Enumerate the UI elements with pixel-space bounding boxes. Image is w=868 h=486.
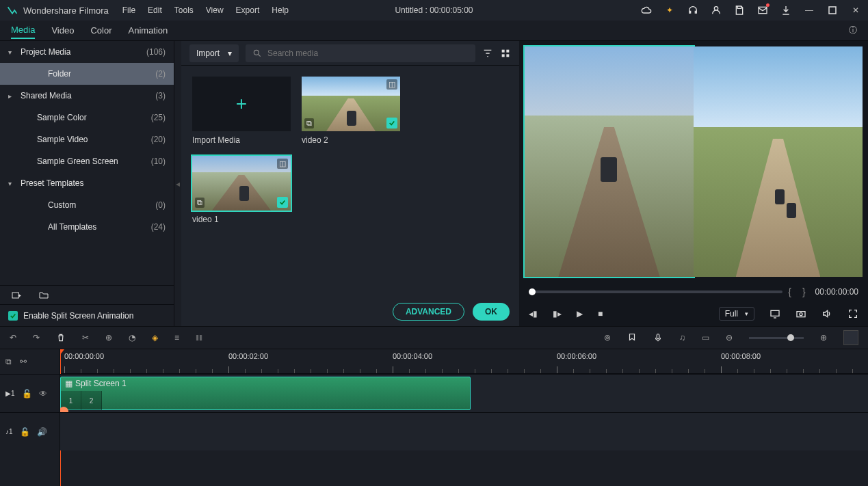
timeline-tracks[interactable]: 00:00:00:0000:00:02:0000:00:04:0000:00:0… bbox=[60, 349, 868, 486]
step-forward-icon[interactable]: ▮▸ bbox=[553, 309, 562, 319]
grid-view-icon[interactable] bbox=[500, 48, 511, 59]
headphones-icon[interactable] bbox=[687, 5, 698, 16]
video-track-header[interactable]: ▶1 🔓 👁 bbox=[0, 374, 60, 412]
add-to-timeline-icon[interactable]: ⧉ bbox=[195, 198, 205, 208]
import-media-thumb[interactable]: + bbox=[192, 77, 291, 131]
import-dropdown[interactable]: Import ▾ bbox=[189, 44, 239, 62]
eye-icon[interactable]: 👁 bbox=[39, 389, 47, 399]
keyframe-icon[interactable]: ◈ bbox=[152, 333, 158, 342]
audio-wave-icon[interactable]: ⦀⦀ bbox=[196, 333, 202, 342]
close-icon[interactable]: ✕ bbox=[850, 5, 861, 16]
undo-icon[interactable]: ↶ bbox=[10, 333, 16, 342]
clip-split-screen[interactable]: ▦Split Screen 1 1 2 bbox=[60, 377, 471, 410]
media-card-video2[interactable]: ◫ ⧉ video 2 bbox=[302, 77, 400, 145]
sparkle-icon[interactable]: ✦ bbox=[664, 5, 675, 16]
user-icon[interactable] bbox=[711, 5, 722, 16]
new-project-folder-icon[interactable] bbox=[11, 290, 22, 301]
preview-right-slot[interactable] bbox=[694, 46, 863, 277]
tree-item-all-templates[interactable]: All Templates(24) bbox=[0, 216, 174, 238]
in-out-brackets[interactable]: { } bbox=[788, 286, 809, 297]
zoom-slider[interactable] bbox=[749, 337, 804, 339]
minimize-icon[interactable]: — bbox=[804, 5, 815, 16]
fullscreen-icon[interactable] bbox=[847, 308, 858, 319]
menu-export[interactable]: Export bbox=[236, 5, 260, 15]
cloud-icon[interactable] bbox=[641, 5, 652, 16]
timeline-toolbar: ↶ ↷ ✂ ⊕ ◔ ◈ ≡ ⦀⦀ ⊚ ♫ ▭ ⊖ ⊕ bbox=[0, 326, 868, 349]
link-icon[interactable]: ⚯ bbox=[20, 357, 27, 366]
stop-icon[interactable]: ■ bbox=[598, 309, 603, 319]
tree-item-sample-video[interactable]: Sample Video(20) bbox=[0, 129, 174, 150]
media-thumb-video1[interactable]: ◫ ⧉ bbox=[192, 156, 291, 211]
redo-icon[interactable]: ↷ bbox=[33, 333, 40, 342]
delete-icon[interactable] bbox=[56, 333, 66, 342]
audio-track-header[interactable]: ♪1 🔓 🔊 bbox=[0, 412, 60, 450]
ruler-time: 00:00:02:00 bbox=[228, 352, 268, 360]
play-icon[interactable]: ▶ bbox=[577, 309, 583, 319]
enable-split-row[interactable]: Enable Split Screen Animation bbox=[0, 304, 174, 326]
save-icon[interactable] bbox=[734, 5, 745, 16]
filter-icon[interactable] bbox=[482, 48, 493, 59]
mute-icon[interactable]: 🔊 bbox=[37, 427, 47, 437]
menu-help[interactable]: Help bbox=[272, 5, 289, 15]
tree-item-sample-green-screen[interactable]: Sample Green Screen(10) bbox=[0, 150, 174, 172]
speed-icon[interactable]: ◔ bbox=[129, 333, 135, 342]
clip-slot-2[interactable]: 2 bbox=[81, 391, 102, 410]
seek-knob[interactable] bbox=[529, 288, 536, 295]
step-back-icon[interactable]: ◂▮ bbox=[529, 309, 538, 319]
ok-button[interactable]: OK bbox=[473, 303, 510, 321]
media-thumb-video2[interactable]: ◫ ⧉ bbox=[302, 77, 400, 131]
tree-item-sample-color[interactable]: Sample Color(25) bbox=[0, 107, 174, 129]
timeline-ruler[interactable]: 00:00:00:0000:00:02:0000:00:04:0000:00:0… bbox=[60, 349, 868, 374]
tree-item-shared-media[interactable]: ▸Shared Media(3) bbox=[0, 85, 174, 107]
adjust-icon[interactable]: ≡ bbox=[174, 333, 179, 342]
zoom-in-icon[interactable]: ⊕ bbox=[820, 333, 827, 342]
zoom-knob[interactable] bbox=[787, 334, 794, 341]
tab-color[interactable]: Color bbox=[90, 23, 111, 38]
download-icon[interactable] bbox=[780, 5, 791, 16]
tree-item-custom[interactable]: Custom(0) bbox=[0, 194, 174, 216]
new-folder-icon[interactable] bbox=[38, 290, 49, 301]
enable-split-checkbox[interactable] bbox=[8, 311, 18, 321]
zoom-out-icon[interactable]: ⊖ bbox=[726, 333, 733, 342]
timeline-view-toggle[interactable] bbox=[843, 330, 858, 345]
audio-mixer-icon[interactable]: ♫ bbox=[679, 333, 685, 342]
tab-video[interactable]: Video bbox=[51, 23, 74, 38]
track-manager-icon[interactable]: ⧉ bbox=[5, 357, 12, 366]
lock-icon[interactable]: 🔓 bbox=[22, 389, 32, 399]
advanced-button[interactable]: ADVANCED bbox=[393, 303, 464, 321]
crop-icon[interactable]: ⊕ bbox=[105, 333, 112, 342]
help-icon[interactable]: ⓘ bbox=[849, 25, 857, 36]
preview-left-slot[interactable] bbox=[525, 46, 694, 277]
render-icon[interactable]: ⊚ bbox=[604, 333, 611, 342]
ratio-icon[interactable]: ▭ bbox=[702, 333, 709, 342]
tree-item-preset-templates[interactable]: ▾Preset Templates bbox=[0, 172, 174, 194]
record-voice-icon[interactable] bbox=[653, 333, 663, 342]
tab-media[interactable]: Media bbox=[11, 22, 35, 39]
menu-tools[interactable]: Tools bbox=[174, 5, 194, 15]
search-input[interactable] bbox=[267, 49, 469, 58]
import-media-card[interactable]: + Import Media bbox=[192, 77, 291, 145]
menu-file[interactable]: File bbox=[122, 5, 135, 15]
panel-resize-handle[interactable]: ◂ bbox=[174, 41, 181, 326]
quality-dropdown[interactable]: Full▾ bbox=[719, 307, 754, 321]
search-box[interactable] bbox=[246, 44, 475, 62]
marker-icon[interactable] bbox=[627, 333, 637, 342]
lock-icon[interactable]: 🔓 bbox=[20, 427, 30, 437]
add-to-timeline-icon[interactable]: ⧉ bbox=[304, 118, 314, 129]
tree-item-folder[interactable]: Folder(2) bbox=[0, 63, 174, 85]
menu-view[interactable]: View bbox=[206, 5, 224, 15]
split-icon[interactable]: ✂ bbox=[82, 333, 89, 342]
menu-edit[interactable]: Edit bbox=[148, 5, 162, 15]
maximize-icon[interactable] bbox=[827, 5, 838, 16]
preview-area[interactable] bbox=[519, 41, 868, 282]
audio-track-lane[interactable] bbox=[60, 412, 868, 450]
tab-animation[interactable]: Animation bbox=[129, 23, 168, 38]
tree-item-project-media[interactable]: ▾Project Media(106) bbox=[0, 41, 174, 63]
media-card-video1[interactable]: ◫ ⧉ video 1 bbox=[192, 156, 291, 224]
display-icon[interactable] bbox=[770, 308, 780, 319]
volume-icon[interactable] bbox=[821, 308, 832, 319]
snapshot-icon[interactable] bbox=[795, 308, 806, 319]
mail-icon[interactable] bbox=[757, 5, 768, 16]
video-track-lane[interactable]: ▦Split Screen 1 1 2 bbox=[60, 374, 868, 412]
seek-bar[interactable] bbox=[529, 291, 782, 293]
